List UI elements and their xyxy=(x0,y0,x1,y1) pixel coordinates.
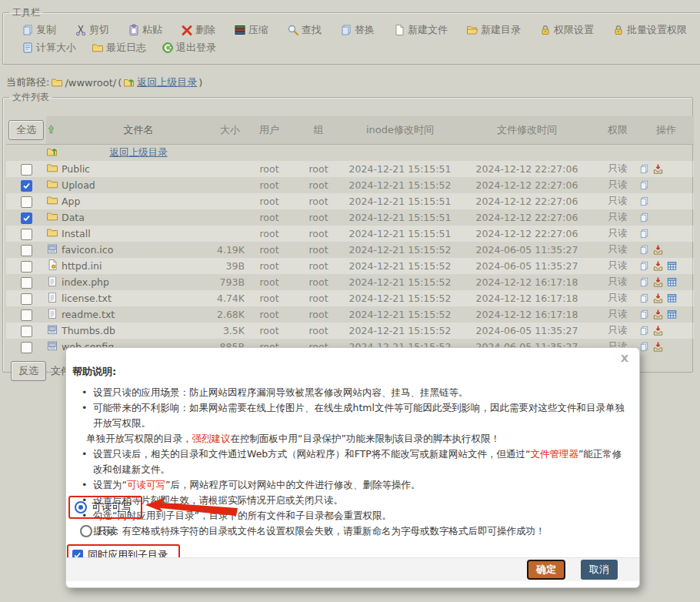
invert-select-button[interactable]: 反选 xyxy=(11,361,46,381)
toolbar-button-删除[interactable]: 删除 xyxy=(181,23,215,37)
file-mtime: 2024-12-12 22:27:06 xyxy=(457,161,597,177)
op-copy-icon[interactable] xyxy=(638,260,650,272)
row-checkbox[interactable] xyxy=(21,326,32,337)
select-all-button[interactable]: 全选 xyxy=(8,120,44,140)
file-name[interactable]: Install xyxy=(62,228,91,239)
perm-link[interactable]: 只读 xyxy=(608,292,628,303)
file-name[interactable]: license.txt xyxy=(62,293,112,304)
permission-options: 可读可写 只读 同时应用到子目录 xyxy=(66,496,389,566)
perm-link[interactable]: 只读 xyxy=(608,227,628,239)
perm-link[interactable]: 只读 xyxy=(608,276,628,287)
op-copy-icon[interactable] xyxy=(638,228,650,239)
op-copy-icon[interactable] xyxy=(638,163,650,175)
file-name[interactable]: Data xyxy=(62,212,85,223)
inode-time: 2024-12-21 15:15:51 xyxy=(343,226,457,242)
op-download-icon[interactable] xyxy=(652,276,664,288)
op-copy-icon[interactable] xyxy=(638,325,650,336)
perm-link[interactable]: 只读 xyxy=(608,243,628,255)
file-name[interactable]: App xyxy=(62,196,80,207)
file-size xyxy=(215,209,245,226)
op-copy-icon[interactable] xyxy=(638,244,650,256)
op-copy-icon[interactable] xyxy=(638,196,650,207)
perm-link[interactable]: 只读 xyxy=(608,211,628,222)
toolbar-button-压缩[interactable]: 压缩 xyxy=(234,23,268,37)
row-checkbox[interactable] xyxy=(21,342,32,353)
row-checkbox[interactable] xyxy=(21,277,32,289)
perm-link[interactable]: 只读 xyxy=(608,195,628,206)
op-edit-icon[interactable] xyxy=(666,276,678,288)
op-download-icon[interactable] xyxy=(652,244,664,256)
op-copy-icon[interactable] xyxy=(638,276,650,288)
perm-link[interactable]: 只读 xyxy=(608,179,628,190)
row-checkbox[interactable] xyxy=(21,164,32,176)
file-user: root xyxy=(245,323,294,339)
op-copy-icon[interactable] xyxy=(638,293,650,304)
file-size: 39B xyxy=(215,258,245,274)
op-edit-icon[interactable] xyxy=(666,293,678,304)
new-file-icon xyxy=(393,24,405,36)
current-path-label: 当前路径: xyxy=(6,75,49,89)
sort-up-icon[interactable] xyxy=(46,123,56,135)
row-checkbox[interactable] xyxy=(21,212,32,224)
op-edit-icon[interactable] xyxy=(666,260,678,272)
file-name[interactable]: Public xyxy=(62,163,90,175)
op-download-icon[interactable] xyxy=(652,341,664,353)
op-edit-icon[interactable] xyxy=(666,309,678,320)
file-name[interactable]: httpd.ini xyxy=(62,260,102,272)
toolbar-button-label: 查找 xyxy=(302,23,322,37)
file-group: root xyxy=(294,306,343,323)
toolbar-button-批量设置权限[interactable]: 批量设置权限 xyxy=(612,23,687,37)
radio-readonly[interactable] xyxy=(80,525,92,537)
op-download-icon[interactable] xyxy=(652,293,664,304)
perm-link[interactable]: 只读 xyxy=(608,324,628,336)
inode-time: 2024-12-21 15:15:52 xyxy=(343,290,457,306)
toolbar-button-退出登录[interactable]: 退出登录 xyxy=(162,41,216,55)
file-name[interactable]: Thumbs.db xyxy=(62,325,115,336)
ok-button[interactable]: 确定 xyxy=(527,560,565,580)
row-checkbox[interactable] xyxy=(21,309,32,321)
cancel-button[interactable]: 取消 xyxy=(581,560,618,580)
perm-link[interactable]: 只读 xyxy=(608,162,628,174)
row-checkbox[interactable] xyxy=(21,180,32,192)
toolbar-button-新建文件[interactable]: 新建文件 xyxy=(393,23,448,37)
dialog-title: 帮助说明: xyxy=(72,365,630,379)
op-copy-icon[interactable] xyxy=(638,341,650,353)
file-user: root xyxy=(245,258,294,274)
op-copy-icon[interactable] xyxy=(638,309,650,320)
toolbar-button-最近日志[interactable]: 最近日志 xyxy=(92,41,146,55)
toolbar-button-剪切[interactable]: 剪切 xyxy=(75,23,109,37)
perm-link[interactable]: 只读 xyxy=(608,308,628,319)
toolbar-button-替换[interactable]: 替换 xyxy=(340,23,375,37)
row-checkbox[interactable] xyxy=(21,245,32,256)
op-download-icon[interactable] xyxy=(652,163,664,175)
op-download-icon[interactable] xyxy=(652,325,664,336)
help-bullet: 单独开放写权限的目录，强烈建议在控制面板中用“目录保护”功能来限制该目录的脚本执… xyxy=(72,431,630,446)
op-copy-icon[interactable] xyxy=(638,179,650,191)
toolbar-button-粘贴[interactable]: 粘贴 xyxy=(128,23,162,37)
bullet-text: 在控制面板中用“目录保护”功能来限制该目录的脚本执行权限！ xyxy=(231,433,500,444)
highlighted-term: 文件管理器 xyxy=(530,448,578,460)
row-checkbox[interactable] xyxy=(21,229,32,240)
toolbar-button-权限设置[interactable]: 权限设置 xyxy=(539,23,594,37)
row-checkbox[interactable] xyxy=(21,261,32,273)
toolbar-button-复制[interactable]: 复制 xyxy=(22,23,56,37)
file-name[interactable]: Upload xyxy=(62,179,95,191)
file-name[interactable]: favicon.ico xyxy=(62,244,113,256)
op-download-icon[interactable] xyxy=(652,309,664,320)
op-download-icon[interactable] xyxy=(652,260,664,272)
row-checkbox[interactable] xyxy=(21,293,32,305)
toolbar-button-查找[interactable]: 查找 xyxy=(287,23,322,37)
toolbar-button-新建目录[interactable]: 新建目录 xyxy=(466,23,521,37)
radio-readwrite[interactable] xyxy=(75,501,87,513)
row-checkbox[interactable] xyxy=(21,196,32,208)
table-row: Thumbs.db3.5Krootroot2024-12-21 15:15:52… xyxy=(6,323,694,339)
op-copy-icon[interactable] xyxy=(638,212,650,223)
toolbar-button-label: 粘贴 xyxy=(142,23,162,37)
toolbar-button-计算大小[interactable]: 计算大小 xyxy=(22,41,76,55)
file-name[interactable]: readme.txt xyxy=(62,309,115,320)
file-group: root xyxy=(294,177,343,193)
file-name[interactable]: index.php xyxy=(62,276,109,288)
up-directory-link[interactable]: 返回上级目录 xyxy=(110,146,168,158)
go-up-link[interactable]: 返回上级目录 xyxy=(137,75,197,89)
perm-link[interactable]: 只读 xyxy=(608,259,628,271)
